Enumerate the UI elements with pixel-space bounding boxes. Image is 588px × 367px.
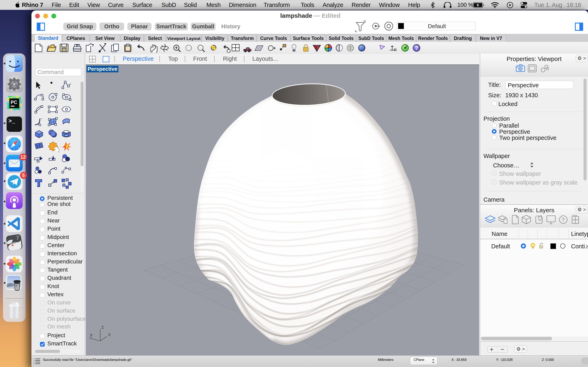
svg-text:x: x (108, 332, 111, 337)
svg-text:z: z (102, 324, 104, 330)
svg-text:y: y (90, 332, 93, 337)
svg-text:PC: PC (11, 100, 17, 105)
svg-text:>_: >_ (9, 118, 15, 124)
svg-text:?: ? (415, 45, 418, 51)
svg-text:?: ? (562, 217, 564, 223)
